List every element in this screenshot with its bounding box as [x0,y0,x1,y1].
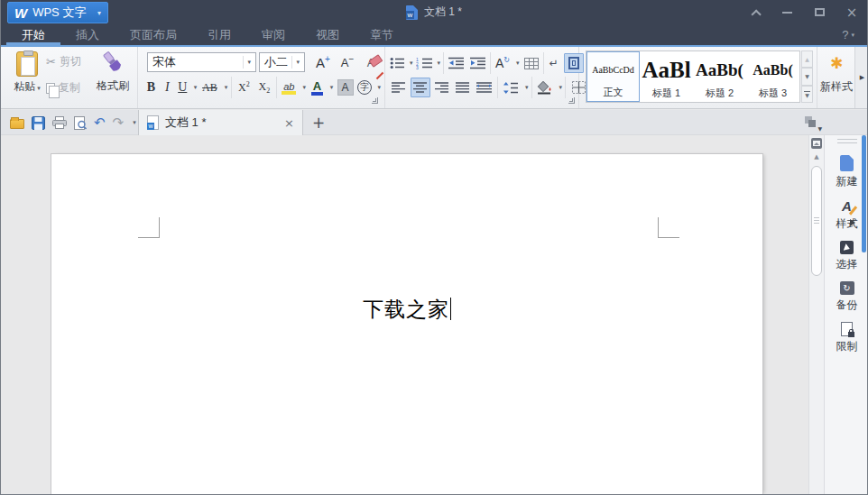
margin-corner-mark-left [138,217,160,238]
pane-item-label: 限制 [836,339,858,354]
collapse-ribbon-button[interactable] [748,6,761,19]
grow-font-button[interactable]: A+ [311,52,335,72]
style-normal[interactable]: AaBbCcDd 正文 [586,51,640,102]
paragraph-dialog-launcher[interactable] [568,97,575,104]
font-size-select[interactable]: 小二 ▾ [259,52,305,72]
chevron-down-icon[interactable]: ▾ [225,84,228,91]
align-left-button[interactable] [390,78,408,97]
tab-review[interactable]: 审阅 [246,24,300,45]
chevron-down-icon[interactable]: ▾ [330,84,334,91]
chevron-down-icon[interactable]: ▾ [410,60,413,67]
copy-button[interactable]: 复制 [46,80,89,96]
tab-close-button[interactable]: × [284,116,294,130]
chevron-down-icon[interactable]: ▾ [303,84,307,91]
pane-scrollbar[interactable] [862,135,866,252]
bold-button[interactable]: B [144,78,158,97]
help-button[interactable]: ? ▾ [842,24,867,45]
pane-item-new[interactable]: 新建 [836,155,858,189]
document-tab[interactable]: w 文档 1 * × [138,110,303,135]
gallery-more-button[interactable]: ▼ [801,86,813,103]
pane-grip-handle[interactable] [837,139,857,143]
scroll-up-button[interactable]: ▲ [801,50,813,68]
tab-view[interactable]: 视图 [300,24,355,45]
font-family-select[interactable]: 宋体 ▾ [147,52,256,72]
maximize-button[interactable] [813,6,826,19]
char-shading-button[interactable]: A [337,78,354,97]
cut-button[interactable]: ✂ 剪切 [46,54,89,69]
shading-button[interactable] [535,78,555,97]
tab-home[interactable]: 开始 [6,24,60,45]
new-style-button[interactable]: ✱ 新样式 [818,50,854,105]
tab-references[interactable]: 引用 [192,24,246,45]
redo-button[interactable]: ↷ [113,115,125,131]
chevron-down-icon[interactable]: ▾ [516,60,520,67]
tab-insert[interactable]: 插入 [60,24,115,45]
grow-font-icon: A+ [316,54,330,70]
print-button[interactable] [52,116,67,129]
close-button[interactable]: × [845,6,858,19]
superscript-button[interactable]: X2 [235,78,253,97]
underline-button[interactable]: U [177,78,189,97]
view-gadget-icon[interactable] [811,138,822,149]
page[interactable]: 下载之家 [51,153,763,495]
bullets-button[interactable] [390,53,405,73]
style-heading-3[interactable]: AaBb( 标题 3 [746,51,799,102]
highlight-color-button[interactable]: ab [281,78,298,97]
pane-item-backup[interactable]: ↻ 备份 [836,281,858,313]
clear-format-button[interactable]: A [360,52,382,72]
pane-item-styles[interactable]: A 样式 [836,198,858,232]
tab-section[interactable]: 章节 [355,24,409,45]
arrange-windows-button[interactable]: ▼ [804,115,820,130]
strikethrough-button[interactable]: AB [200,78,218,97]
vertical-scrollbar[interactable]: ▲ [808,135,824,494]
document-text[interactable]: 下载之家 [51,296,762,324]
minimize-button[interactable] [780,6,793,19]
align-left-icon [392,82,406,93]
style-heading-2[interactable]: AaBb( 标题 2 [693,51,746,102]
align-right-button[interactable] [433,78,451,97]
select-cursor-icon [840,241,854,254]
font-dialog-launcher[interactable] [372,97,378,104]
save-button[interactable] [32,116,45,130]
char-shading-icon: A [337,79,354,96]
new-tab-button[interactable]: + [309,113,328,133]
distribute-button[interactable] [475,78,494,97]
ribbon-expand-strip[interactable]: ▶ [854,47,868,108]
shrink-font-button[interactable]: A− [337,52,358,72]
chevron-down-icon[interactable]: ▾ [525,84,529,91]
text-direction-button[interactable]: A↻ [494,53,512,73]
tab-page-layout[interactable]: 页面布局 [115,24,192,45]
toolbar-more-button[interactable]: ▾ [133,119,136,126]
chevron-down-icon[interactable]: ▾ [438,60,441,67]
scroll-up-arrow[interactable]: ▲ [809,153,824,160]
increase-indent-button[interactable] [468,53,487,73]
pane-collapse-arrow[interactable] [850,219,855,226]
window-title-text: 文档 1 * [424,5,462,20]
open-button[interactable] [10,119,24,129]
decrease-indent-button[interactable] [447,53,466,73]
format-painter-button[interactable]: 格式刷 [91,50,134,94]
paste-button[interactable]: 粘贴▾ [8,50,46,95]
subscript-button[interactable]: X2 [256,78,273,97]
chevron-down-icon[interactable]: ▾ [194,84,198,91]
scroll-down-button[interactable]: ▼ [801,68,813,85]
doc-badge-icon: w [406,11,414,19]
show-marks-button[interactable]: ↵ [547,53,561,73]
print-preview-button[interactable] [74,116,87,130]
style-heading-1[interactable]: AaBl 标题 1 [640,51,693,102]
pane-item-restrict[interactable]: 限制 [836,322,858,354]
enclose-char-button[interactable]: 字 [357,78,373,97]
chevron-down-icon[interactable]: ▾ [378,84,382,91]
align-center-button[interactable] [411,78,430,97]
chevron-down-icon[interactable]: ▾ [559,84,563,91]
justify-button[interactable] [454,78,472,97]
italic-button[interactable]: I [162,78,173,97]
pane-item-select[interactable]: 选择 [836,241,858,272]
scrollbar-thumb[interactable] [811,166,822,276]
help-icon: ? [842,28,848,41]
numbering-button[interactable]: 123 [416,53,433,73]
line-spacing-button[interactable] [501,78,521,97]
font-color-button[interactable]: A [309,78,325,97]
undo-button[interactable]: ↶ [94,115,106,131]
insert-table-button[interactable] [522,53,540,73]
